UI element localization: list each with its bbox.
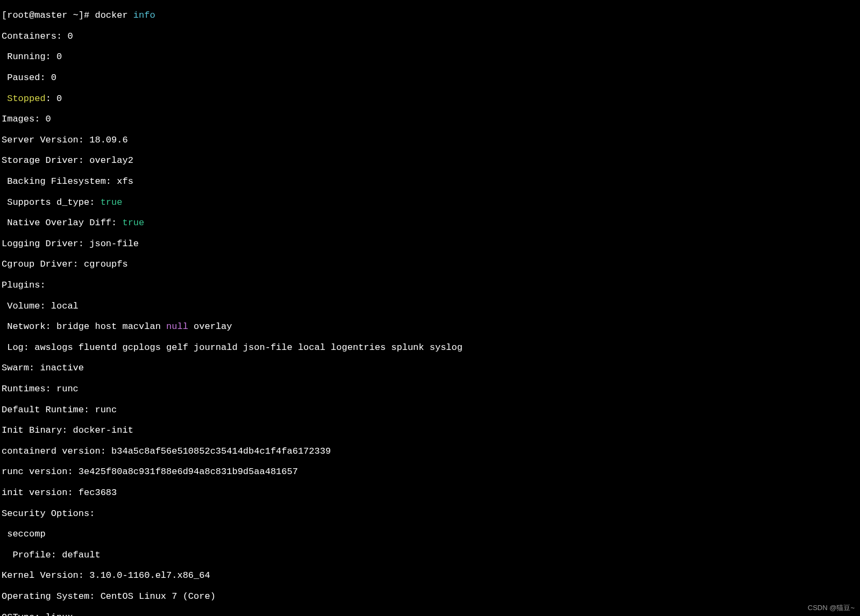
out-paused: Paused: 0 — [2, 73, 858, 83]
terminal-output[interactable]: [root@master ~]# docker info Containers:… — [0, 0, 860, 616]
watermark-text: CSDN @猫豆~ — [808, 603, 855, 613]
out-runtimes: Runtimes: runc — [2, 384, 858, 394]
out-os: Operating System: CentOS Linux 7 (Core) — [2, 591, 858, 601]
out-init-binary: Init Binary: docker-init — [2, 425, 858, 435]
out-swarm: Swarm: inactive — [2, 363, 858, 373]
out-kernel: Kernel Version: 3.10.0-1160.el7.x86_64 — [2, 570, 858, 581]
out-cgroup-driver: Cgroup Driver: cgroupfs — [2, 259, 858, 269]
out-logging-driver: Logging Driver: json-file — [2, 239, 858, 249]
stopped-key: Stopped — [2, 94, 46, 104]
command-arg: info — [133, 10, 155, 20]
bool-true: true — [101, 197, 123, 207]
out-images: Images: 0 — [2, 114, 858, 124]
shell-prompt: [root@master ~]# — [2, 10, 95, 20]
out-stopped: Stopped: 0 — [2, 94, 858, 104]
bool-true: true — [122, 218, 144, 228]
out-ostype: OSType: linux — [2, 612, 858, 616]
out-containers: Containers: 0 — [2, 31, 858, 41]
out-default-runtime: Default Runtime: runc — [2, 405, 858, 415]
out-runc: runc version: 3e425f80a8c931f88e6d94a8c8… — [2, 467, 858, 477]
command: docker — [95, 10, 133, 20]
out-backing-fs: Backing Filesystem: xfs — [2, 176, 858, 187]
out-native-overlay: Native Overlay Diff: true — [2, 218, 858, 228]
out-storage-driver: Storage Driver: overlay2 — [2, 155, 858, 166]
out-init-version: init version: fec3683 — [2, 488, 858, 498]
prompt-line: [root@master ~]# docker info — [2, 10, 858, 20]
out-plugins: Plugins: — [2, 280, 858, 290]
out-containerd: containerd version: b34a5c8af56e510852c3… — [2, 446, 858, 456]
stopped-val: : 0 — [46, 94, 62, 104]
out-volume: Volume: local — [2, 301, 858, 311]
out-log-plugins: Log: awslogs fluentd gcplogs gelf journa… — [2, 342, 858, 353]
out-security-options: Security Options: — [2, 508, 858, 519]
keyword-null: null — [166, 321, 188, 332]
out-network: Network: bridge host macvlan null overla… — [2, 321, 858, 332]
out-running: Running: 0 — [2, 52, 858, 62]
out-server-version: Server Version: 18.09.6 — [2, 135, 858, 145]
out-supports-dtype: Supports d_type: true — [2, 197, 858, 207]
out-profile: Profile: default — [2, 550, 858, 560]
out-seccomp: seccomp — [2, 529, 858, 539]
